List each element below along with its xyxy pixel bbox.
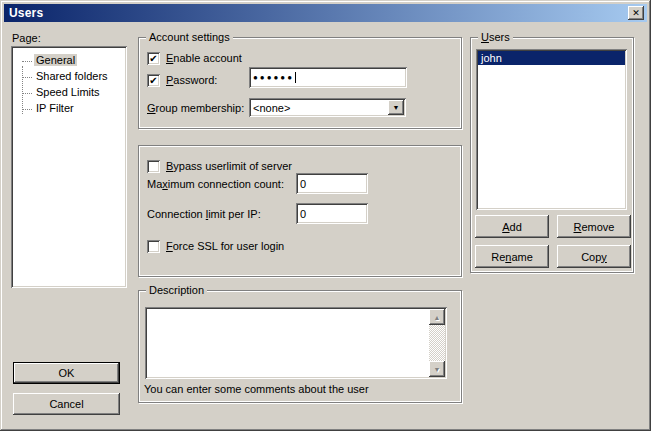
users-list-rows: john [478,51,625,208]
ok-button[interactable]: OK [13,362,120,384]
password-input[interactable]: ●●●●●● [249,67,407,88]
remove-user-button[interactable]: Remove [557,215,631,238]
group-membership-label: Group membership: [147,102,244,114]
password-label: Password: [166,74,217,86]
ip-limit-input[interactable]: 0 [296,203,368,224]
tree-item[interactable]: General [13,53,125,69]
text-caret [295,72,296,83]
max-connections-input[interactable]: 0 [296,173,368,194]
cancel-button[interactable]: Cancel [13,393,120,415]
cancel-button-label: Cancel [49,398,83,410]
users-listbox[interactable]: john [476,49,627,210]
tree-item-label: General [34,54,77,66]
password-checkbox[interactable]: ✔ [147,74,160,87]
account-settings-title: Account settings [146,31,233,43]
add-user-button-label: Add [502,221,522,233]
force-ssl-label: Force SSL for user login [166,240,284,252]
copy-user-button-label: Copy [581,251,607,263]
description-group: Description ▲ ▼ You can enter some comme… [138,290,462,403]
description-textarea[interactable]: ▲ ▼ [145,307,447,379]
group-membership-combo[interactable]: <none> ▼ [249,98,406,117]
account-settings-group: Account settings ✔ Enable account ✔ Pass… [138,37,462,129]
user-list-item-label: john [481,52,502,64]
tree-item-label: Shared folders [34,70,110,82]
remove-user-button-label: Remove [574,221,615,233]
group-membership-value: <none> [253,102,290,114]
rename-user-button-label: Rename [491,251,533,263]
scroll-down-icon: ▼ [434,366,441,373]
description-scrollbar[interactable]: ▲ ▼ [429,309,445,377]
scroll-up-icon: ▲ [434,314,441,321]
ip-limit-label: Connection limit per IP: [147,208,261,220]
close-button[interactable]: ✕ [628,6,644,20]
enable-account-label: Enable account [166,52,242,64]
bypass-userlimit-checkbox[interactable] [147,160,160,173]
force-ssl-row: Force SSL for user login [147,239,284,253]
page-tree[interactable]: General Shared folders Speed Limits IP F… [11,46,127,288]
enable-account-row: ✔ Enable account [147,51,242,65]
rename-user-button[interactable]: Rename [475,245,549,268]
users-group: Users john Add Remove Rename Copy [470,37,634,273]
description-title: Description [146,284,207,296]
max-connections-value: 0 [300,178,306,190]
combo-dropdown-button[interactable]: ▼ [388,100,404,115]
password-value: ●●●●●● [253,73,294,82]
title-bar[interactable]: Users ✕ [4,4,647,22]
scroll-down-button[interactable]: ▼ [429,361,445,377]
tree-item[interactable]: Speed Limits [13,85,125,101]
add-user-button[interactable]: Add [475,215,549,238]
copy-user-button[interactable]: Copy [557,245,631,268]
users-group-title: Users [478,31,513,43]
bypass-userlimit-label: Bypass userlimit of server [166,160,292,172]
ok-button-label: OK [59,367,75,379]
window-title: Users [9,6,43,20]
password-row: ✔ Password: [147,73,217,87]
ip-limit-value: 0 [300,208,306,220]
page-label: Page: [12,32,41,44]
max-connections-label: Maximum connection count: [147,178,284,190]
tree-item-label: IP Filter [34,102,76,114]
enable-account-checkbox[interactable]: ✔ [147,52,160,65]
chevron-down-icon: ▼ [393,104,400,111]
tree-item-label: Speed Limits [34,86,102,98]
user-list-item[interactable]: john [478,51,625,65]
close-icon: ✕ [632,9,640,18]
connection-limits-group: Bypass userlimit of server Maximum conne… [138,145,462,277]
bypass-userlimit-row: Bypass userlimit of server [147,159,292,173]
page-tree-rows: General Shared folders Speed Limits IP F… [13,48,125,286]
tree-item[interactable]: IP Filter [13,101,125,117]
description-hint: You can enter some comments about the us… [144,383,369,395]
scroll-up-button[interactable]: ▲ [429,309,445,325]
users-dialog: Users ✕ Page: General Shared folders Spe… [0,0,651,431]
force-ssl-checkbox[interactable] [147,240,160,253]
tree-item[interactable]: Shared folders [13,69,125,85]
